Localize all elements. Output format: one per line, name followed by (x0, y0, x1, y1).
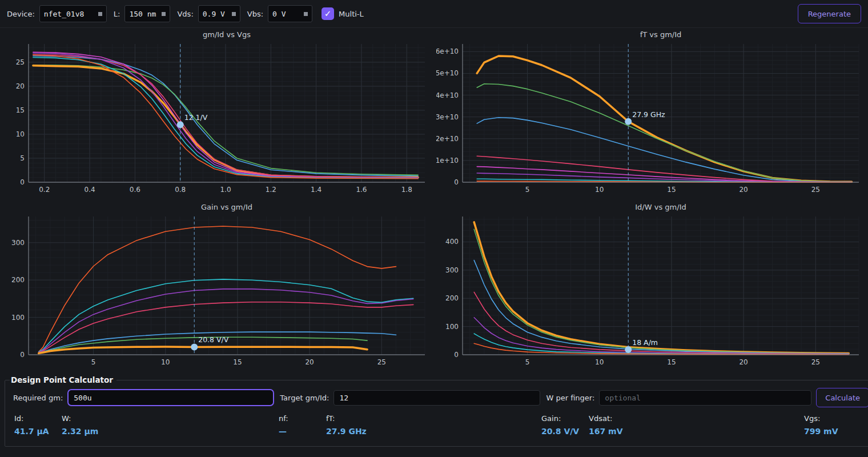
svg-text:0.2: 0.2 (39, 186, 50, 194)
regenerate-button[interactable]: Regenerate (798, 4, 861, 23)
svg-text:1.2: 1.2 (266, 186, 276, 194)
svg-text:1.6: 1.6 (356, 186, 367, 194)
result-gain: Gain: 20.8 V/V (541, 414, 579, 436)
svg-text:25: 25 (16, 58, 25, 66)
vds-select[interactable]: 0.9 V (198, 5, 240, 22)
vds-value: 0.9 V (203, 10, 225, 18)
results-row: Id: 41.7 µA W: 2.32 µm nf: — fT: 27.9 GH… (10, 412, 868, 443)
design-point-calculator: Design Point Calculator Required gm: Tar… (5, 375, 868, 447)
required-gm-label: Required gm: (13, 394, 63, 402)
svg-text:fT vs gm/Id: fT vs gm/Id (640, 30, 682, 39)
svg-text:1e+10: 1e+10 (436, 157, 459, 165)
chart-gain-vs-gmid[interactable]: 5101520250100200300Gain vs gm/Id20.8 V/V (2, 202, 432, 374)
svg-text:15: 15 (667, 186, 676, 194)
svg-text:300: 300 (11, 239, 25, 247)
svg-text:6e+10: 6e+10 (436, 47, 459, 55)
svg-text:200: 200 (11, 276, 25, 284)
charts-grid: 0.20.40.60.81.01.21.41.61.80510152025gm/… (0, 27, 868, 374)
calculate-button[interactable]: Calculate (816, 388, 868, 407)
svg-text:20: 20 (739, 358, 748, 366)
svg-text:18 A/m: 18 A/m (632, 338, 658, 347)
multi-l-label: Multi-L (339, 10, 364, 18)
svg-text:20: 20 (305, 358, 314, 366)
result-vdsat: Vdsat: 167 mV (589, 414, 623, 436)
svg-text:1.8: 1.8 (401, 186, 412, 194)
result-vgs: Vgs: 799 mV (804, 414, 838, 436)
svg-text:Id/W vs gm/Id: Id/W vs gm/Id (635, 203, 686, 211)
svg-text:Gain vs gm/Id: Gain vs gm/Id (201, 203, 252, 211)
device-select[interactable]: nfet_01v8 (39, 5, 107, 22)
vds-label: Vds: (177, 10, 193, 18)
length-label: L: (114, 10, 120, 18)
length-select[interactable]: 150 nm (124, 5, 170, 22)
svg-text:0.4: 0.4 (85, 186, 95, 194)
toolbar: Device: nfet_01v8 L: 150 nm Vds: 0.9 V V… (0, 0, 868, 27)
svg-text:200: 200 (445, 294, 459, 302)
dropdown-indicator-icon (98, 12, 102, 16)
svg-text:25: 25 (811, 186, 820, 194)
svg-text:gm/Id vs Vgs: gm/Id vs Vgs (203, 30, 251, 39)
svg-text:27.9 GHz: 27.9 GHz (632, 110, 665, 119)
svg-text:0: 0 (20, 351, 25, 359)
svg-text:5: 5 (20, 154, 25, 162)
result-nf: nf: — (279, 414, 288, 436)
target-gmid-label: Target gm/Id: (280, 394, 329, 402)
svg-text:25: 25 (377, 358, 386, 366)
svg-text:12 1/V: 12 1/V (184, 113, 208, 122)
svg-text:10: 10 (16, 130, 25, 138)
vbs-label: Vbs: (247, 10, 263, 18)
chart-idw-vs-gmid[interactable]: 5101520250100200300400Id/W vs gm/Id18 A/… (436, 202, 866, 374)
svg-text:4e+10: 4e+10 (436, 91, 459, 99)
svg-text:10: 10 (595, 186, 604, 194)
svg-text:0: 0 (454, 178, 459, 186)
result-w: W: 2.32 µm (62, 414, 98, 436)
svg-text:25: 25 (811, 358, 820, 366)
w-per-finger-input[interactable] (599, 390, 811, 406)
svg-text:100: 100 (445, 323, 459, 331)
multi-l-checkbox[interactable]: ✓ (322, 7, 334, 20)
chart-cell: 51015202501e+102e+103e+104e+105e+106e+10… (434, 29, 868, 202)
device-value: nfet_01v8 (44, 10, 84, 18)
w-per-finger-label: W per finger: (546, 394, 594, 402)
svg-text:0: 0 (20, 178, 25, 186)
vbs-select[interactable]: 0 V (268, 5, 312, 22)
check-icon: ✓ (324, 9, 332, 19)
device-label: Device: (7, 10, 35, 18)
svg-text:100: 100 (11, 314, 25, 322)
chart-cell: 0.20.40.60.81.01.21.41.61.80510152025gm/… (0, 29, 434, 202)
dropdown-indicator-icon (162, 12, 166, 16)
svg-text:2e+10: 2e+10 (436, 135, 459, 143)
svg-text:0.8: 0.8 (175, 186, 186, 194)
svg-text:5: 5 (91, 358, 96, 366)
svg-text:5: 5 (525, 186, 530, 194)
svg-text:1.4: 1.4 (311, 186, 322, 194)
svg-text:0.6: 0.6 (130, 186, 140, 194)
chart-gmid-vs-vgs[interactable]: 0.20.40.60.81.01.21.41.61.80510152025gm/… (2, 29, 432, 202)
result-id: Id: 41.7 µA (14, 414, 49, 436)
svg-text:10: 10 (161, 358, 170, 366)
svg-text:400: 400 (445, 238, 459, 246)
svg-text:10: 10 (595, 358, 604, 366)
svg-text:15: 15 (233, 358, 242, 366)
calculator-inputs-row: Required gm: Target gm/Id: W per finger:… (10, 386, 868, 410)
svg-text:20: 20 (739, 186, 748, 194)
chart-cell: 5101520250100200300Gain vs gm/Id20.8 V/V (0, 202, 434, 374)
svg-text:20.8 V/V: 20.8 V/V (198, 335, 229, 344)
result-ft: fT: 27.9 GHz (326, 414, 367, 436)
calculator-title: Design Point Calculator (10, 375, 116, 384)
svg-text:0: 0 (454, 351, 459, 359)
vbs-value: 0 V (272, 10, 286, 18)
svg-text:15: 15 (667, 358, 676, 366)
dropdown-indicator-icon (232, 12, 236, 16)
svg-text:3e+10: 3e+10 (436, 113, 459, 121)
dropdown-indicator-icon (304, 12, 308, 16)
required-gm-input[interactable] (67, 389, 274, 406)
length-value: 150 nm (129, 10, 156, 18)
svg-text:5e+10: 5e+10 (436, 69, 459, 77)
svg-text:1.0: 1.0 (220, 186, 231, 194)
svg-text:300: 300 (445, 266, 459, 274)
svg-text:20: 20 (16, 82, 25, 90)
target-gmid-input[interactable] (333, 390, 540, 406)
chart-ft-vs-gmid[interactable]: 51015202501e+102e+103e+104e+105e+106e+10… (436, 29, 866, 202)
svg-text:15: 15 (16, 106, 25, 114)
